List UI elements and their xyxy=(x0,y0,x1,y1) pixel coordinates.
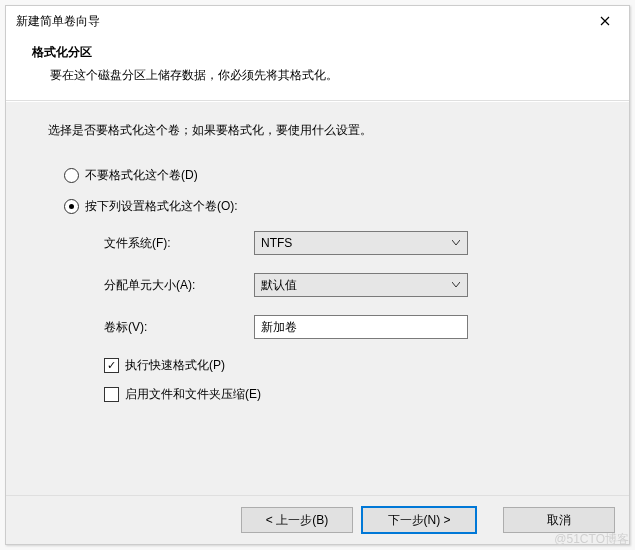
page-title: 格式化分区 xyxy=(32,44,609,61)
allocation-combo[interactable]: 默认值 xyxy=(254,273,468,297)
page-subtitle: 要在这个磁盘分区上储存数据，你必须先将其格式化。 xyxy=(32,67,609,84)
checkbox-icon xyxy=(104,387,119,402)
next-button-label: 下一步(N) > xyxy=(388,512,451,529)
compression-label: 启用文件和文件夹压缩(E) xyxy=(125,386,261,403)
radio-no-format-label: 不要格式化这个卷(D) xyxy=(85,167,198,184)
radio-icon xyxy=(64,199,79,214)
header-area: 格式化分区 要在这个磁盘分区上储存数据，你必须先将其格式化。 xyxy=(6,36,629,101)
filesystem-combo[interactable]: NTFS xyxy=(254,231,468,255)
wizard-window: 新建简单卷向导 格式化分区 要在这个磁盘分区上储存数据，你必须先将其格式化。 选… xyxy=(5,5,630,545)
radio-icon xyxy=(64,168,79,183)
allocation-label: 分配单元大小(A): xyxy=(104,277,254,294)
back-button[interactable]: < 上一步(B) xyxy=(241,507,353,533)
radio-no-format[interactable]: 不要格式化这个卷(D) xyxy=(48,167,587,184)
volume-label-value: 新加卷 xyxy=(261,319,297,336)
cancel-button[interactable]: 取消 xyxy=(503,507,615,533)
quick-format-checkbox[interactable]: 执行快速格式化(P) xyxy=(104,357,587,374)
radio-do-format[interactable]: 按下列设置格式化这个卷(O): xyxy=(48,198,587,215)
checkbox-icon xyxy=(104,358,119,373)
body-description: 选择是否要格式化这个卷；如果要格式化，要使用什么设置。 xyxy=(48,122,587,139)
volume-label-row: 卷标(V): 新加卷 xyxy=(104,315,587,339)
cancel-button-label: 取消 xyxy=(547,512,571,529)
volume-label-input[interactable]: 新加卷 xyxy=(254,315,468,339)
quick-format-label: 执行快速格式化(P) xyxy=(125,357,225,374)
filesystem-row: 文件系统(F): NTFS xyxy=(104,231,587,255)
volume-label: 卷标(V): xyxy=(104,319,254,336)
body-area: 选择是否要格式化这个卷；如果要格式化，要使用什么设置。 不要格式化这个卷(D) … xyxy=(6,101,629,495)
next-button[interactable]: 下一步(N) > xyxy=(361,506,477,534)
chevron-down-icon xyxy=(451,240,461,246)
format-options: 文件系统(F): NTFS 分配单元大小(A): 默认值 xyxy=(48,231,587,403)
close-button[interactable] xyxy=(585,7,625,35)
titlebar: 新建简单卷向导 xyxy=(6,6,629,36)
filesystem-value: NTFS xyxy=(261,236,292,250)
window-title: 新建简单卷向导 xyxy=(16,13,100,30)
filesystem-label: 文件系统(F): xyxy=(104,235,254,252)
chevron-down-icon xyxy=(451,282,461,288)
allocation-value: 默认值 xyxy=(261,277,297,294)
compression-checkbox[interactable]: 启用文件和文件夹压缩(E) xyxy=(104,386,587,403)
close-icon xyxy=(600,16,610,26)
allocation-row: 分配单元大小(A): 默认值 xyxy=(104,273,587,297)
back-button-label: < 上一步(B) xyxy=(266,512,328,529)
footer: < 上一步(B) 下一步(N) > 取消 xyxy=(6,495,629,544)
radio-do-format-label: 按下列设置格式化这个卷(O): xyxy=(85,198,238,215)
